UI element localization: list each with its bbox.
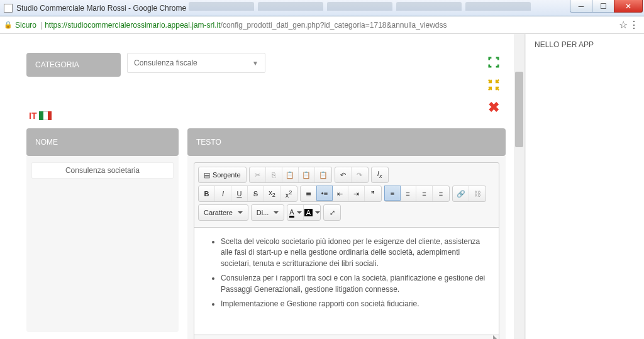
align-right-icon: ≡	[422, 190, 426, 197]
text-color-button[interactable]: A	[287, 205, 304, 220]
collapse-icon[interactable]	[488, 79, 499, 91]
link-button[interactable]: 🔗	[453, 186, 469, 201]
bookmark-star-icon[interactable]: ☆	[619, 19, 628, 31]
url-host: studiocommercialerossimario.appeal.jam-s…	[67, 21, 220, 30]
secondary-window-pane: NELLO PER APP	[525, 34, 644, 339]
paste-text-button[interactable]: 📋	[299, 167, 315, 182]
align-left-button[interactable]: ≡	[384, 186, 401, 201]
editor-content[interactable]: Scelta del veicolo societario più idoneo…	[194, 228, 499, 335]
redo-icon: ↷	[357, 171, 362, 179]
secure-label: Sicuro	[15, 21, 36, 30]
ul-icon: •≡	[321, 189, 328, 197]
text-column-header: TESTO	[187, 128, 506, 156]
clipboard-word-icon: 📋	[319, 171, 328, 179]
ol-icon: ≣	[306, 190, 311, 198]
link-icon: 🔗	[457, 190, 465, 198]
language-code: IT	[29, 111, 36, 121]
font-size-select[interactable]: Di...	[252, 205, 284, 220]
window-title: Studio Commerciale Mario Rossi - Google …	[16, 4, 186, 13]
scrollbar-thumb[interactable]	[515, 72, 523, 147]
content-item: Consulenza per i rapporti tra soci e con…	[221, 273, 486, 295]
indent-button[interactable]: ⇥	[348, 186, 365, 201]
outdent-icon: ⇤	[337, 190, 343, 198]
window-maximize-button[interactable]: ☐	[592, 0, 614, 13]
copy-button[interactable]: ⎘	[266, 167, 282, 182]
underline-icon: U	[237, 190, 242, 197]
window-close-button[interactable]: ✕	[614, 0, 643, 13]
cut-button[interactable]: ✂	[250, 167, 266, 182]
category-label: CATEGORIA	[26, 53, 121, 77]
copy-icon: ⎘	[272, 171, 276, 179]
content-item: Implementazione e Gestione rapporti con …	[221, 299, 486, 309]
flag-it-icon	[39, 111, 52, 120]
chrome-menu-icon[interactable]: ⋮	[629, 19, 639, 31]
source-label: Sorgente	[213, 171, 241, 179]
lock-icon: 🔒	[4, 21, 13, 29]
italic-icon: I	[222, 190, 224, 197]
maximize-editor-button[interactable]: ⤢	[324, 205, 340, 220]
remove-format-button[interactable]: Ix	[372, 167, 388, 182]
background-tabs	[189, 2, 531, 11]
bold-button[interactable]: B	[199, 186, 215, 201]
fullscreen-icon[interactable]	[488, 57, 499, 68]
url-display[interactable]: https://studiocommercialerossimario.appe…	[45, 21, 447, 30]
maximize-icon: ⤢	[330, 209, 335, 217]
favicon	[4, 4, 13, 13]
unlink-icon: ⛓	[474, 190, 481, 197]
indent-icon: ⇥	[353, 190, 359, 198]
align-right-button[interactable]: ≡	[416, 186, 433, 201]
secondary-window-text: NELLO PER APP	[535, 40, 635, 49]
name-input[interactable]	[31, 162, 174, 179]
clipboard-icon: 📋	[286, 171, 294, 179]
window-titlebar: Studio Commerciale Mario Rossi - Google …	[0, 0, 644, 16]
align-center-button[interactable]: ≡	[400, 186, 416, 201]
bold-icon: B	[204, 190, 209, 197]
rich-text-editor: ▤ Sorgente ✂ ⎘ 📋 📋	[194, 162, 499, 339]
quote-icon: ❞	[371, 190, 375, 198]
strike-button[interactable]: S	[248, 186, 264, 201]
unlink-button[interactable]: ⛓	[469, 186, 486, 201]
close-icon[interactable]: ✖	[488, 102, 499, 113]
align-justify-button[interactable]: ≡	[433, 186, 449, 201]
superscript-button[interactable]: x2	[280, 186, 297, 201]
redo-button[interactable]: ↷	[352, 167, 368, 182]
paste-word-button[interactable]: 📋	[315, 167, 331, 182]
window-minimize-button[interactable]: ─	[570, 0, 592, 13]
outdent-button[interactable]: ⇤	[332, 186, 348, 201]
font-family-label: Carattere	[204, 209, 233, 216]
font-family-select[interactable]: Carattere	[199, 205, 248, 220]
content-item: Scelta del veicolo societario più idoneo…	[221, 236, 486, 269]
bg-color-button[interactable]: A	[304, 205, 320, 220]
bulleted-list-button[interactable]: •≡	[316, 186, 333, 201]
content-scrollbar[interactable]	[514, 34, 525, 339]
source-button[interactable]: ▤ Sorgente	[199, 167, 246, 182]
strike-icon: S	[253, 190, 258, 197]
subscript-button[interactable]: x2	[264, 186, 280, 201]
editor-element-path: body ul li ◢	[194, 335, 499, 339]
subscript-icon: x2	[269, 189, 275, 198]
scissors-icon: ✂	[255, 171, 260, 179]
undo-icon: ↶	[340, 171, 346, 179]
clipboard-text-icon: 📋	[302, 171, 311, 179]
bg-color-icon: A	[304, 209, 313, 216]
language-indicator[interactable]: IT	[29, 111, 506, 121]
name-column-header: NOME	[26, 128, 179, 156]
source-icon: ▤	[204, 171, 210, 179]
remove-format-icon: Ix	[377, 170, 382, 179]
paste-button[interactable]: 📋	[282, 167, 299, 182]
chevron-down-icon: ▼	[252, 60, 258, 67]
resize-handle-icon[interactable]: ◢	[487, 335, 496, 339]
category-select[interactable]: Consulenza fiscale ▼	[127, 53, 265, 73]
blockquote-button[interactable]: ❞	[365, 186, 381, 201]
address-bar: 🔒 Sicuro | https://studiocommercialeross…	[0, 16, 644, 34]
undo-button[interactable]: ↶	[335, 167, 352, 182]
font-size-label: Di...	[257, 209, 269, 216]
align-left-icon: ≡	[391, 189, 394, 197]
url-path: /config_prodotti_dati_gen.php?id_categor…	[221, 21, 447, 30]
superscript-icon: x2	[286, 189, 292, 199]
italic-button[interactable]: I	[215, 186, 231, 201]
align-justify-icon: ≡	[439, 190, 443, 197]
category-selected-value: Consulenza fiscale	[134, 58, 197, 67]
numbered-list-button[interactable]: ≣	[301, 186, 317, 201]
underline-button[interactable]: U	[231, 186, 248, 201]
